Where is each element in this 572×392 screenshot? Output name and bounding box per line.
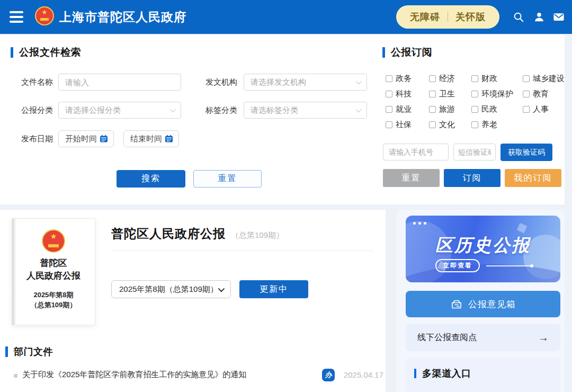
bulletin-total-issue: （总第109期） — [231, 230, 284, 239]
checkbox-icon[interactable] — [386, 106, 392, 113]
file-name-input[interactable] — [58, 74, 181, 91]
section-accent-bar — [5, 346, 8, 357]
topic-item[interactable]: 教育 — [523, 90, 565, 98]
topic-label: 社保 — [396, 120, 412, 130]
topic-item[interactable]: 环境保护 — [471, 90, 523, 98]
national-emblem-logo — [35, 6, 54, 25]
offline-lookup-label: 线下公报查阅点 — [417, 332, 477, 343]
chevron-down-icon — [218, 285, 225, 292]
topic-label: 科技 — [396, 89, 412, 99]
subscribe-section-title: 公报订阅 — [391, 46, 432, 59]
bulletin-title-text: 普陀区人民政府公报 — [111, 227, 226, 240]
banner-cta-row: 立即查看 — [435, 259, 532, 272]
date-start-picker[interactable]: 开始时间 — [58, 130, 114, 147]
topic-item[interactable]: 文化 — [429, 120, 471, 129]
checkbox-icon[interactable] — [523, 106, 530, 113]
subscribe-button[interactable]: 订阅 — [444, 169, 501, 187]
my-subscription-button[interactable]: 我的订阅 — [505, 169, 561, 187]
channels-title: 多渠道入口 — [422, 367, 471, 380]
date-start-placeholder: 开始时间 — [65, 134, 97, 144]
checkbox-icon[interactable] — [386, 75, 392, 82]
checkbox-icon[interactable] — [471, 75, 478, 82]
national-emblem-cover — [42, 229, 65, 253]
get-code-button[interactable]: 获取验证码 — [501, 144, 552, 161]
search-section-title: 公报文件检索 — [19, 46, 81, 59]
date-label: 发布日期 — [21, 130, 53, 147]
checkbox-icon[interactable] — [471, 91, 478, 97]
bullet-square-icon — [14, 374, 17, 378]
banner-cta-line — [486, 265, 532, 266]
topic-item[interactable]: 人事 — [523, 105, 565, 113]
topic-checkbox-grid: 政务 经济 财政 城乡建设 科技 卫生 环境保护 教育 就业 旅游 民政 人事 … — [386, 74, 564, 129]
date-end-picker[interactable]: 结束时间 — [123, 130, 179, 147]
subscribe-reset-button[interactable]: 重置 — [383, 169, 440, 187]
agency-select[interactable]: 请选择发文机构 — [244, 74, 367, 91]
topic-item[interactable]: 城乡建设 — [523, 74, 565, 83]
checkbox-icon[interactable] — [386, 91, 392, 97]
agency-select-placeholder: 请选择发文机构 — [251, 77, 306, 87]
bulletin-cover[interactable]: 普陀区 人民政府公报 2025年第8期 （总第109期） — [12, 218, 95, 325]
search-section-header: 公报文件检索 — [11, 46, 81, 59]
bulletin-panel: 普陀区 人民政府公报 2025年第8期 （总第109期） 普陀区人民政府公报（总… — [0, 210, 386, 392]
history-bulletin-banner[interactable]: 区历史公报 立即查看 — [406, 216, 560, 282]
checkbox-icon[interactable] — [386, 121, 392, 128]
feedback-box-button[interactable]: 公报意见箱 — [406, 291, 560, 317]
cover-title-line2: 人民政府公报 — [12, 270, 95, 282]
search-reset-button[interactable]: 重置 — [193, 170, 262, 188]
checkbox-icon[interactable] — [429, 106, 436, 113]
search-icon[interactable] — [513, 11, 524, 23]
topic-item[interactable]: 卫生 — [429, 90, 471, 98]
channels-card: 多渠道入口 — [406, 358, 560, 392]
checkbox-icon[interactable] — [471, 121, 478, 128]
status-button[interactable]: 更新中 — [239, 280, 308, 298]
document-link[interactable]: 关于印发《2025年普陀区学前教育招生工作的实施意见》的通知 — [22, 370, 246, 380]
mail-icon[interactable] — [553, 11, 565, 23]
search-subscribe-panel: 公报文件检索 文件名称 发文机构 请选择发文机构 公报分类 请选择公报分类 标签… — [0, 35, 565, 204]
checkbox-icon[interactable] — [429, 91, 436, 97]
arrow-right-icon: → — [538, 332, 549, 344]
topic-label: 城乡建设 — [533, 74, 565, 84]
search-button[interactable]: 搜索 — [117, 170, 185, 188]
checkbox-icon[interactable] — [429, 75, 436, 82]
user-icon[interactable] — [533, 11, 545, 23]
sms-code-input[interactable] — [453, 144, 496, 161]
banner-decor-cube — [517, 223, 528, 234]
accessibility-link[interactable]: 无障碍 — [410, 11, 440, 23]
topic-item[interactable]: 社保 — [386, 120, 429, 129]
sidebar-panel: 区历史公报 立即查看 公报意见箱 线下公报查阅点 → 多渠道入口 — [396, 210, 565, 392]
topic-item[interactable]: 养老 — [471, 120, 523, 129]
tag-select[interactable]: 请选标签分类 — [244, 102, 367, 119]
topic-item[interactable]: 旅游 — [429, 105, 471, 113]
menu-icon[interactable] — [10, 11, 23, 23]
topic-item[interactable]: 经济 — [429, 74, 471, 83]
pill-divider — [448, 12, 448, 22]
calendar-icon — [100, 135, 108, 143]
topic-label: 旅游 — [439, 104, 455, 114]
topic-label: 教育 — [533, 89, 549, 99]
category-select[interactable]: 请选择公报分类 — [58, 102, 181, 119]
topic-label: 环境保护 — [481, 89, 513, 99]
topic-item[interactable]: 民政 — [471, 105, 523, 113]
issue-select-value: 2025年第8期（总第109期） — [119, 284, 218, 295]
topic-item[interactable]: 就业 — [386, 105, 429, 113]
checkbox-icon[interactable] — [523, 91, 530, 97]
topic-label: 人事 — [533, 104, 549, 114]
site-title: 上海市普陀区人民政府 — [59, 0, 186, 34]
phone-input[interactable] — [383, 144, 449, 161]
topic-item[interactable]: 科技 — [386, 90, 429, 98]
banner-cta-button[interactable]: 立即查看 — [435, 259, 480, 272]
banner-dots-icon — [413, 222, 426, 225]
cover-spine — [12, 219, 16, 325]
checkbox-icon[interactable] — [429, 121, 436, 128]
offline-lookup-card[interactable]: 线下公报查阅点 → — [406, 324, 560, 351]
topic-item[interactable]: 政务 — [386, 74, 429, 83]
checkbox-icon[interactable] — [471, 106, 478, 113]
department-docs-title: 部门文件 — [14, 345, 53, 358]
cover-title-line1: 普陀区 — [12, 257, 95, 270]
issue-select[interactable]: 2025年第8期（总第109期） — [111, 280, 231, 298]
file-name-label: 文件名称 — [21, 74, 53, 91]
topic-item[interactable]: 财政 — [471, 74, 523, 83]
checkbox-icon[interactable] — [523, 75, 530, 82]
care-mode-link[interactable]: 关怀版 — [455, 11, 486, 23]
topic-label: 民政 — [481, 104, 497, 114]
